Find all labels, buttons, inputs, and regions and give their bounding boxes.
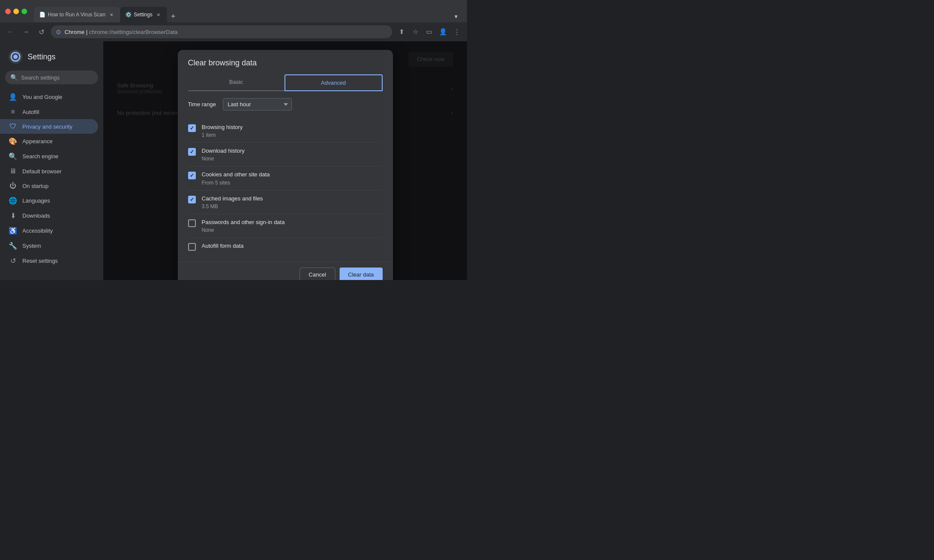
share-button[interactable]: ⬆ — [396, 26, 408, 38]
checkbox-browsing-history: ✓ Browsing history 1 item — [188, 119, 383, 143]
sidebar: Settings 🔍 Search settings 👤 You and Goo… — [0, 41, 103, 280]
tab-virus-close[interactable]: ✕ — [108, 11, 115, 18]
chrome-logo-icon — [9, 50, 22, 64]
tabs-area: 📄 How to Run A Virus Scan ✕ ⚙️ Settings … — [31, 0, 462, 22]
sidebar-item-on-startup[interactable]: ⏻ On startup — [0, 178, 98, 193]
cached-images-label: Cached images and files — [202, 195, 383, 203]
profile-button[interactable]: 👤 — [437, 26, 449, 38]
sidebar-item-accessibility[interactable]: ♿ Accessibility — [0, 223, 98, 238]
sidebar-item-reset-settings[interactable]: ↺ Reset settings — [0, 253, 98, 268]
passwords-label: Passwords and other sign-in data — [202, 218, 383, 226]
checkbox-cookies: ✓ Cookies and other site data From 5 sit… — [188, 166, 383, 190]
address-bar-path: chrome://settings/clearBrowserData — [89, 29, 178, 35]
toolbar: ← → ↺ ⊙ Chrome | chrome://settings/clear… — [0, 22, 467, 41]
sidebar-item-appearance[interactable]: 🎨 Appearance — [0, 134, 98, 149]
shield-icon: 🛡 — [9, 123, 17, 130]
modal-title: Clear browsing data — [188, 58, 383, 68]
search-engine-icon: 🔍 — [9, 152, 17, 160]
autofill-label: Autofill form data — [202, 242, 383, 250]
address-bar[interactable]: ⊙ Chrome | chrome://settings/clearBrowse… — [51, 25, 392, 38]
browsing-history-sub: 1 item — [202, 132, 383, 138]
sidebar-label-downloads: Downloads — [22, 212, 50, 219]
reset-icon: ↺ — [9, 257, 17, 265]
maximize-traffic-light[interactable] — [22, 9, 27, 14]
tab-advanced[interactable]: Advanced — [285, 74, 383, 91]
sidebar-title: Settings — [28, 52, 56, 62]
tab-menu-button[interactable]: ▾ — [450, 10, 462, 22]
clear-data-button[interactable]: Clear data — [340, 268, 383, 280]
modal-body: Time range Last hour Last 24 hours Last … — [178, 91, 393, 262]
search-icon: 🔍 — [10, 74, 18, 81]
checkmark-icon: ✓ — [190, 172, 194, 178]
sidebar-label-accessibility: Accessibility — [22, 228, 53, 234]
menu-button[interactable]: ⋮ — [451, 26, 463, 38]
tab-settings-close[interactable]: ✕ — [155, 11, 162, 18]
minimize-traffic-light[interactable] — [13, 9, 19, 14]
system-icon: 🔧 — [9, 242, 17, 250]
default-browser-icon: 🖥 — [9, 167, 17, 175]
browsing-history-label: Browsing history — [202, 123, 383, 131]
sidebar-label-default-browser: Default browser — [22, 168, 62, 175]
sidebar-toggle-button[interactable]: ▭ — [423, 26, 435, 38]
download-history-sub: None — [202, 156, 383, 162]
titlebar: 📄 How to Run A Virus Scan ✕ ⚙️ Settings … — [0, 0, 467, 22]
modal-footer: Cancel Clear data — [178, 262, 393, 280]
modal-overlay: Clear browsing data Basic Advanced Time … — [103, 41, 467, 280]
download-history-label: Download history — [202, 147, 383, 155]
new-tab-button[interactable]: + — [167, 10, 179, 22]
reload-button[interactable]: ↺ — [35, 26, 47, 38]
checkbox-autofill-input[interactable] — [188, 243, 196, 251]
sidebar-header: Settings — [0, 45, 103, 71]
tab-settings-title: Settings — [134, 12, 152, 18]
checkbox-cached-images-input[interactable]: ✓ — [188, 196, 196, 203]
checkbox-passwords-input[interactable] — [188, 219, 196, 227]
checkbox-browsing-history-input[interactable]: ✓ — [188, 124, 196, 132]
sidebar-label-reset-settings: Reset settings — [22, 258, 58, 264]
sidebar-item-privacy-security[interactable]: 🛡 Privacy and security — [0, 119, 98, 134]
sidebar-label-languages: Languages — [22, 197, 50, 204]
modal-tabs: Basic Advanced — [188, 74, 383, 91]
clear-browsing-data-modal: Clear browsing data Basic Advanced Time … — [178, 50, 393, 280]
cancel-button[interactable]: Cancel — [300, 268, 335, 280]
checkmark-icon: ✓ — [190, 197, 194, 203]
main-layout: Settings 🔍 Search settings 👤 You and Goo… — [0, 41, 467, 280]
checkmark-icon: ✓ — [190, 149, 194, 155]
sidebar-item-autofill[interactable]: ≡ Autofill — [0, 105, 98, 119]
time-range-select[interactable]: Last hour Last 24 hours Last 7 days Last… — [223, 98, 292, 111]
tab-settings[interactable]: ⚙️ Settings ✕ — [120, 7, 167, 22]
address-bar-separator: | — [86, 29, 89, 35]
back-button[interactable]: ← — [4, 26, 16, 38]
cookies-label: Cookies and other site data — [202, 171, 383, 178]
content-area: Check now Safe Browsing Standard protect… — [103, 41, 467, 280]
checkbox-autofill: Autofill form data — [188, 238, 383, 255]
person-icon: 👤 — [9, 93, 17, 101]
accessibility-icon: ♿ — [9, 227, 17, 235]
sidebar-item-default-browser[interactable]: 🖥 Default browser — [0, 164, 98, 178]
tab-virus[interactable]: 📄 How to Run A Virus Scan ✕ — [34, 7, 120, 22]
checkmark-icon: ✓ — [190, 125, 194, 131]
sidebar-label-system: System — [22, 243, 41, 249]
close-traffic-light[interactable] — [5, 9, 11, 14]
checkbox-passwords: Passwords and other sign-in data None — [188, 214, 383, 238]
sidebar-item-downloads[interactable]: ⬇ Downloads — [0, 208, 98, 223]
checkbox-download-history-input[interactable]: ✓ — [188, 148, 196, 156]
cookies-sub: From 5 sites — [202, 180, 383, 186]
startup-icon: ⏻ — [9, 182, 17, 190]
sidebar-item-languages[interactable]: 🌐 Languages — [0, 193, 98, 208]
sidebar-item-system[interactable]: 🔧 System — [0, 238, 98, 253]
bookmark-button[interactable]: ☆ — [409, 26, 421, 38]
forward-button[interactable]: → — [20, 26, 32, 38]
checkbox-download-history: ✓ Download history None — [188, 143, 383, 166]
search-box[interactable]: 🔍 Search settings — [5, 71, 98, 84]
checkbox-cached-images: ✓ Cached images and files 3.5 MB — [188, 191, 383, 214]
languages-icon: 🌐 — [9, 197, 17, 205]
tab-basic[interactable]: Basic — [188, 74, 285, 91]
sidebar-label-you-and-google: You and Google — [22, 94, 62, 100]
sidebar-label-search-engine: Search engine — [22, 153, 59, 160]
checkbox-cookies-input[interactable]: ✓ — [188, 172, 196, 179]
sidebar-item-search-engine[interactable]: 🔍 Search engine — [0, 149, 98, 164]
address-bar-domain: Chrome — [65, 29, 84, 35]
sidebar-item-you-and-google[interactable]: 👤 You and Google — [0, 89, 98, 105]
appearance-icon: 🎨 — [9, 137, 17, 145]
time-range-row: Time range Last hour Last 24 hours Last … — [188, 98, 383, 111]
